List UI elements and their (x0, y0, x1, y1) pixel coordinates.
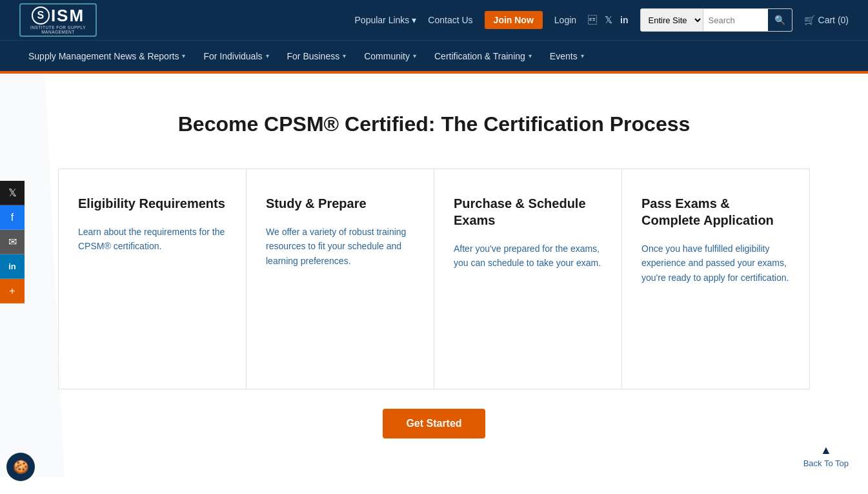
nav-events[interactable]: Events ▾ (541, 41, 593, 72)
join-now-link[interactable]: Join Now (485, 11, 543, 29)
logo[interactable]: S ISM INSTITUTE FOR SUPPLY MANAGEMENT (19, 3, 97, 37)
twitter-icon[interactable]: 𝕏 (605, 14, 612, 26)
logo-subtext: INSTITUTE FOR SUPPLY MANAGEMENT (21, 25, 96, 34)
cookie-button[interactable]: 🍪 (6, 453, 35, 477)
back-to-top-arrow-icon: ▲ (820, 444, 832, 457)
cart-icon: 🛒 (804, 15, 815, 25)
card-title-study: Study & Prepare (266, 195, 414, 212)
chevron-down-icon: ▾ (266, 52, 269, 59)
study-text-fit: to fit your (305, 241, 347, 251)
search-button[interactable]: 🔍 (768, 9, 792, 31)
card-pass: Pass Exams & Complete Application Once y… (622, 169, 809, 389)
top-nav: Popular Links ▾ Contact Us Join Now Logi… (355, 8, 849, 32)
eligibility-link[interactable]: Learn about the requirements for the CPS… (78, 227, 225, 251)
nav-community[interactable]: Community ▾ (355, 41, 425, 72)
card-body-eligibility: Learn about the requirements for the CPS… (78, 225, 227, 254)
card-title-eligibility: Eligibility Requirements (78, 195, 227, 212)
chevron-down-icon: ▾ (413, 52, 416, 59)
pass-text: Once you have (641, 243, 705, 254)
logo-text: ISM (51, 7, 85, 24)
purchase-link-schedule[interactable]: schedule to take your exam (488, 258, 598, 268)
card-body-pass: Once you have fulfilled eligibility expe… (641, 242, 790, 285)
pass-link-fulfilled[interactable]: fulfilled eligibility (705, 243, 769, 254)
sidebar-linkedin-button[interactable]: in (0, 254, 25, 279)
sidebar-twitter-button[interactable]: 𝕏 (0, 181, 25, 205)
social-icons:  𝕏 in (588, 14, 628, 26)
chevron-down-icon: ▾ (529, 52, 532, 59)
pass-text-2: experience and passed your exams, you're… (641, 258, 789, 282)
card-body-study: We offer a variety of robust training re… (266, 225, 414, 268)
card-purchase: Purchase & Schedule Exams After you've p… (434, 169, 622, 389)
chevron-down-icon: ▾ (343, 52, 346, 59)
logo-circle: S (32, 6, 50, 25)
page-title-section: Become CPSM® Certified: The Certificatio… (0, 87, 868, 156)
card-eligibility: Eligibility Requirements Learn about the… (59, 169, 247, 389)
cards-container: Eligibility Requirements Learn about the… (58, 169, 810, 389)
card-title-purchase: Purchase & Schedule Exams (454, 195, 602, 229)
cart-label: Cart (0) (818, 15, 849, 25)
chevron-down-icon: ▾ (581, 52, 584, 59)
chevron-down-icon: ▾ (182, 52, 185, 59)
main-nav: Supply Management News & Reports ▾ For I… (0, 40, 868, 71)
study-text-we: We offer a variety of (266, 227, 349, 237)
search-scope-select[interactable]: Entire Site (641, 9, 703, 31)
study-text-and: and (384, 241, 401, 251)
back-to-top-text: Back To Top (803, 458, 849, 468)
top-bar: S ISM INSTITUTE FOR SUPPLY MANAGEMENT Po… (0, 0, 868, 40)
chevron-down-icon: ▾ (412, 15, 416, 25)
nav-for-business[interactable]: For Business ▾ (278, 41, 356, 72)
popular-links[interactable]: Popular Links ▾ (355, 15, 417, 25)
linkedin-icon[interactable]: in (620, 15, 628, 25)
contact-us-link[interactable]: Contact Us (428, 15, 472, 25)
card-study: Study & Prepare We offer a variety of ro… (247, 169, 434, 389)
study-link-schedule[interactable]: schedule (348, 241, 384, 251)
logo-area: S ISM INSTITUTE FOR SUPPLY MANAGEMENT (19, 3, 97, 37)
cta-section: Get Started (0, 409, 868, 438)
purchase-text-period: . (598, 258, 601, 268)
study-text-learning: learning preferences. (266, 256, 351, 266)
search-bar: Entire Site 🔍 (640, 8, 792, 32)
nav-for-individuals[interactable]: For Individuals ▾ (194, 41, 278, 72)
sidebar-facebook-button[interactable]: f (0, 205, 25, 230)
page-title: Become CPSM® Certified: The Certificatio… (13, 112, 855, 136)
search-input[interactable] (703, 9, 768, 31)
nav-supply-mgmt[interactable]: Supply Management News & Reports ▾ (19, 41, 194, 72)
sidebar-email-button[interactable]: ✉ (0, 230, 25, 254)
cookie-icon: 🍪 (13, 459, 29, 475)
card-body-purchase: After you've prepared for the exams, you… (454, 242, 602, 271)
cart-link[interactable]: 🛒 Cart (0) (804, 15, 849, 25)
card-title-pass: Pass Exams & Complete Application (641, 195, 790, 229)
login-link[interactable]: Login (554, 15, 576, 25)
social-sidebar: 𝕏 f ✉ in + (0, 181, 25, 304)
get-started-button[interactable]: Get Started (383, 409, 485, 438)
nav-certification-training[interactable]: Certification & Training ▾ (425, 41, 541, 72)
back-to-top-link[interactable]: ▲ Back To Top (803, 444, 849, 468)
main-content: Become CPSM® Certified: The Certificatio… (0, 74, 868, 477)
sidebar-more-button[interactable]: + (0, 279, 25, 304)
facebook-icon[interactable]:  (588, 15, 597, 25)
